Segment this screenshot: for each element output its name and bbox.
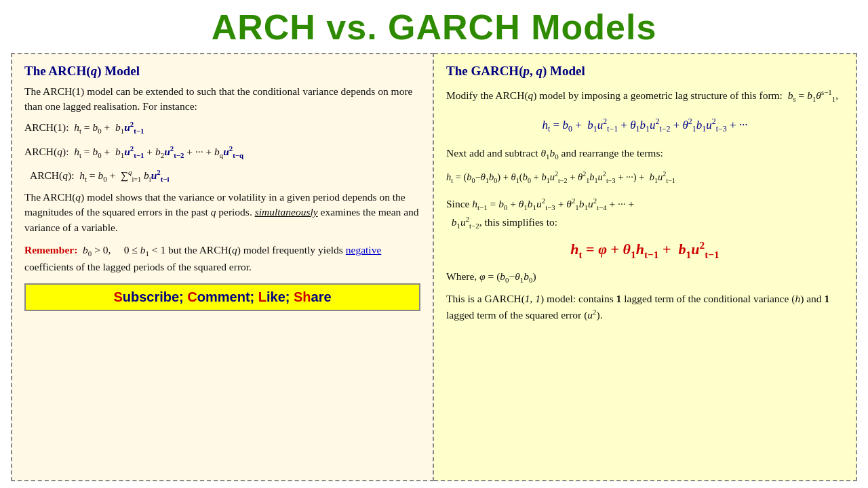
page-title: ARCH vs. GARCH Models [11,7,857,47]
right-column: The GARCH(p, q) Model Modify the ARCH(q)… [434,53,857,481]
share-are: are [311,289,332,304]
comment-rest: omment; [197,289,258,304]
left-column: The ARCH(q) Model The ARCH(1) model can … [11,53,434,481]
left-section-title: The ARCH(q) Model [24,64,420,79]
negative-link[interactable]: negative [346,244,382,256]
remember-label: Remember: [24,244,77,256]
right-main-formula: ht = b0 + b1u2t−1 + θ1b1u2t−2 + θ21b1u2t… [446,115,844,136]
subscribe-rest: ubscribe; [123,289,188,304]
like-l: L [258,289,267,304]
right-section-title: The GARCH(p, q) Model [446,64,844,79]
left-intro: The ARCH(1) model can be extended to suc… [24,84,420,115]
formula-archq-sum: ARCH(q): ht = b0 + ∑qi=1 biu2t−i [30,167,420,186]
formula-arch1: ARCH(1): ht = b0 + b1u2t−1 [24,119,420,138]
right-conclusion: This is a GARCH(1, 1) model: contains 1 … [446,291,844,323]
right-intro: Modify the ARCH(q) model by imposing a g… [446,87,844,105]
share-sh: Sh [294,289,311,304]
right-next-text: Next add and subtract θ1b0 and rearrange… [446,145,844,162]
simultaneously-text: simultaneously [255,206,318,218]
right-since-text: Since ht−1 = b0 + θ1b1u2t−3 + θ21b1u2t−4… [446,195,844,231]
comment-c: C [187,289,197,304]
remember-section: Remember: b0 > 0, 0 ≤ b1 < 1 but the ARC… [24,242,420,275]
formula-archq-expanded: ARCH(q): ht = b0 + b1u2t−1 + b2u2t−2 + ·… [24,143,420,162]
right-simplified-formula: ht = φ + θ1ht−1 + b1u2t−1 [446,239,844,261]
right-rearranged: ht = (b0−θ1b0) + θ1(b0 + b1u2t−2 + θ21b1… [446,169,844,186]
subscribe-box: Subscribe; Comment; Like; Share [24,283,420,311]
columns-container: The ARCH(q) Model The ARCH(1) model can … [11,53,857,481]
page: ARCH vs. GARCH Models The ARCH(q) Model … [0,0,868,488]
left-description: The ARCH(q) model shows that the varianc… [24,190,420,235]
right-where: Where, φ = (b0−θ1b0) [446,270,844,284]
subscribe-s: S [113,289,122,304]
like-rest: ike; [267,289,294,304]
